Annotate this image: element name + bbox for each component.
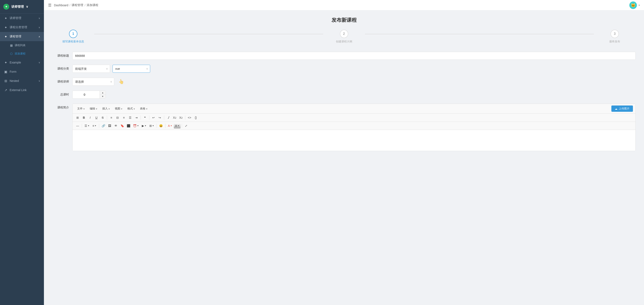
- sidebar-item-label-external: External Link: [10, 88, 26, 92]
- step-1-circle: 1: [69, 30, 78, 38]
- breadcrumb-current: 添加课程: [86, 3, 98, 7]
- toolbar-code-block[interactable]: {}: [193, 115, 199, 120]
- teacher-label: 课程讲师: [52, 80, 69, 84]
- step-3-circle: 3: [610, 30, 619, 38]
- teacher-select[interactable]: 请选择: [72, 78, 114, 86]
- toolbar-preview[interactable]: 👁: [113, 123, 119, 128]
- add-icon: ⬡: [10, 52, 13, 55]
- sidebar-item-kecheng[interactable]: ✦ 课程管理 ∧: [0, 32, 44, 41]
- toolbar-align-center[interactable]: ⊟: [114, 115, 120, 120]
- header-avatar-arrow[interactable]: ▾: [638, 4, 640, 7]
- menu-edit[interactable]: 编辑 ∨: [88, 106, 99, 111]
- upload-label: 上传图片: [619, 107, 630, 110]
- hours-label: 总课时: [52, 93, 69, 96]
- breadcrumb-dashboard[interactable]: Dashboard: [54, 3, 68, 7]
- toolbar-italic2[interactable]: 𝐼: [166, 115, 171, 120]
- avatar[interactable]: 🐱: [629, 1, 637, 9]
- toolbar-div7: [99, 124, 99, 128]
- toolbar-date[interactable]: ⏰▼: [132, 123, 140, 128]
- toolbar-table[interactable]: ⊞▼: [148, 123, 156, 128]
- kecheng-icon: ✦: [4, 35, 8, 38]
- hours-increment[interactable]: ▲: [100, 91, 106, 95]
- toolbar-bookmark[interactable]: 🔖: [119, 123, 125, 128]
- menu-view-arrow: ∨: [121, 108, 122, 110]
- sub-category-select[interactable]: vue react angular: [112, 65, 150, 73]
- toolbar-bg-color[interactable]: A▼: [174, 123, 180, 128]
- toolbar-unordered-list[interactable]: ☰▼: [83, 123, 91, 128]
- toolbar-media[interactable]: ▶▼: [140, 123, 148, 128]
- sub-category-select-wrapper: vue react angular ∨: [112, 65, 150, 73]
- sidebar-item-example[interactable]: ✦ Example ∨: [0, 58, 44, 67]
- toolbar-subscript[interactable]: X2: [172, 115, 178, 120]
- nested-arrow: ∨: [38, 80, 40, 82]
- breadcrumb-sep1: /: [70, 3, 70, 7]
- menu-table[interactable]: 表格 ∨: [138, 106, 150, 111]
- hamburger-button[interactable]: ☰: [48, 3, 52, 7]
- toolbar-ordered-list[interactable]: ≡▼: [91, 123, 98, 128]
- editor-menu: 文件 ∨ 编辑 ∨ 插入 ∨ 视图 ∨: [75, 106, 150, 111]
- hours-decrement[interactable]: ▼: [100, 95, 106, 99]
- upload-image-button[interactable]: ☁ 上传图片: [611, 105, 633, 112]
- menu-table-arrow: ∨: [146, 108, 148, 110]
- steps-indicator: 1 填写课程基本信息 2 创建课程大纲 3 最终发布: [52, 30, 636, 43]
- form-icon: ▣: [4, 70, 8, 73]
- toolbar-superscript[interactable]: X2: [178, 115, 184, 120]
- sidebar-item-nested[interactable]: ⊞ Nested ∨: [0, 76, 44, 85]
- toolbar-emoji[interactable]: 😀: [158, 123, 164, 128]
- step-2-circle: 2: [340, 30, 348, 38]
- menu-file-arrow: ∨: [83, 108, 85, 110]
- nested-icon: ⊞: [4, 79, 8, 83]
- form-row-desc: 课程简介 文件 ∨ 编辑 ∨ 插入: [52, 104, 636, 151]
- toolbar-strikethrough[interactable]: S: [100, 115, 106, 120]
- toolbar-bold[interactable]: B: [81, 115, 87, 120]
- category-select[interactable]: 前端开发 后端开发 移动开发: [72, 65, 110, 73]
- step-connector-1: [94, 34, 323, 34]
- editor-body[interactable]: [72, 130, 636, 151]
- toolbar-link[interactable]: 🔗: [100, 123, 106, 128]
- sidebar-title-arrow: ∨: [26, 5, 28, 8]
- kecheng-fenlei-icon: ✦: [4, 25, 8, 29]
- toolbar-div6: [82, 124, 82, 128]
- hours-spinners: ▲ ▼: [100, 91, 106, 99]
- sidebar-item-external[interactable]: ↗ External Link: [0, 85, 44, 95]
- sidebar-item-kecheng-fenlei[interactable]: ✦ 课程分类管理 ∨: [0, 23, 44, 32]
- breadcrumb: Dashboard / 课程管理 / 添加课程: [54, 3, 98, 7]
- toolbar-align-left[interactable]: ≡: [108, 115, 114, 120]
- upload-cloud-icon: ☁: [615, 107, 618, 110]
- toolbar-italic[interactable]: I: [87, 115, 93, 120]
- toolbar-code[interactable]: <>: [186, 115, 192, 120]
- sidebar-sub-item-add[interactable]: ⬡ 添加课程: [0, 49, 44, 58]
- toolbar-align-right[interactable]: ≡: [121, 115, 127, 120]
- step-3: 3 最终发布: [594, 30, 636, 43]
- hours-input[interactable]: [72, 91, 100, 99]
- title-input[interactable]: [72, 52, 636, 60]
- toolbar-align-justify[interactable]: ☰: [127, 115, 133, 120]
- toolbar-underline[interactable]: U: [94, 115, 99, 120]
- sidebar-item-form[interactable]: ▣ Form: [0, 67, 44, 76]
- menu-file[interactable]: 文件 ∨: [75, 106, 87, 111]
- toolbar-hr[interactable]: —: [75, 123, 80, 128]
- sidebar-sub-label-list: 课程列表: [15, 43, 26, 47]
- toolbar-blockquote[interactable]: ❝: [142, 115, 148, 120]
- form-row-teacher: 课程讲师 请选择 ∨ 👆: [52, 78, 636, 86]
- toolbar-div2: [140, 115, 141, 120]
- sidebar-logo: ✦ 讲师管理 ∨: [0, 0, 44, 13]
- sidebar-item-label-kecheng: 课程管理: [10, 35, 21, 38]
- menu-format[interactable]: 格式 ∨: [125, 106, 137, 111]
- breadcrumb-kecheng-guanli[interactable]: 课程管理: [72, 3, 83, 7]
- toolbar-format-block[interactable]: ⊞: [75, 115, 80, 120]
- external-icon: ↗: [4, 88, 8, 92]
- sidebar-sub-item-list[interactable]: ▦ 课程列表: [0, 41, 44, 49]
- toolbar-redo[interactable]: ↪: [157, 115, 163, 120]
- menu-view[interactable]: 视图 ∨: [113, 106, 124, 111]
- sidebar-item-jiangshi[interactable]: ✦ 讲师管理 ∨: [0, 13, 44, 23]
- toolbar-indent[interactable]: ⇥: [134, 115, 139, 120]
- toolbar-fullscreen[interactable]: ⤢: [183, 123, 189, 128]
- toolbar-image[interactable]: 🖼: [107, 123, 112, 128]
- toolbar-pagebreak[interactable]: ⬛: [126, 123, 131, 128]
- toolbar-font-color[interactable]: A▼: [167, 123, 174, 128]
- toolbar-undo[interactable]: ↩: [150, 115, 156, 120]
- jiangshi-arrow: ∨: [38, 17, 40, 20]
- hours-input-wrapper: ▲ ▼: [72, 91, 106, 99]
- menu-insert[interactable]: 插入 ∨: [100, 106, 112, 111]
